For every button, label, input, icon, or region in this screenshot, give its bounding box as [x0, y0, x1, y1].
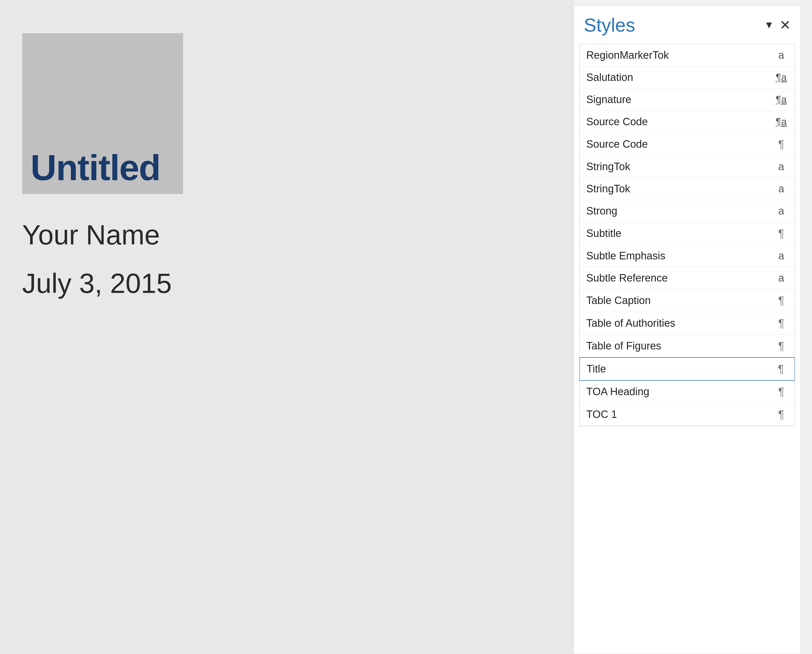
style-item[interactable]: Table of Figures¶: [580, 335, 795, 358]
style-type-icon: a: [774, 205, 788, 217]
style-name: Strong: [586, 205, 617, 217]
style-type-icon: ¶: [774, 363, 788, 375]
style-type-icon: a: [774, 183, 788, 195]
style-name: Subtitle: [586, 228, 622, 240]
style-item[interactable]: StringToka: [580, 178, 795, 200]
style-type-icon: ¶a: [774, 116, 788, 128]
styles-header: Styles ▼ ✕: [574, 6, 801, 41]
style-item[interactable]: TOC 1¶: [580, 403, 795, 426]
style-item[interactable]: Subtle Referencea: [580, 267, 795, 289]
style-name: TOC 1: [586, 408, 617, 420]
style-name: Subtle Reference: [586, 272, 668, 284]
cover-image: Untitled: [22, 33, 183, 194]
style-item[interactable]: Salutation¶a: [580, 67, 795, 89]
style-type-icon: ¶a: [774, 72, 788, 83]
style-name: Table of Authorities: [586, 317, 675, 329]
style-type-icon: a: [774, 272, 788, 284]
style-item[interactable]: Source Code¶: [580, 133, 795, 156]
style-item[interactable]: Stronga: [580, 200, 795, 222]
styles-close-icon[interactable]: ✕: [780, 17, 791, 33]
style-name: Salutation: [586, 72, 633, 83]
style-type-icon: ¶: [774, 138, 788, 150]
style-item[interactable]: Signature¶a: [580, 89, 795, 111]
style-name: StringTok: [586, 161, 630, 173]
style-name: Signature: [586, 94, 631, 105]
style-name: Source Code: [586, 138, 648, 150]
style-name: Title: [587, 363, 606, 375]
style-item[interactable]: Table of Authorities¶: [580, 312, 795, 335]
style-type-icon: a: [774, 49, 788, 61]
style-type-icon: ¶a: [774, 94, 788, 105]
style-name: Subtle Emphasis: [586, 250, 665, 262]
author-name: Your Name: [22, 219, 160, 251]
styles-dropdown-icon[interactable]: ▼: [764, 19, 774, 31]
style-name: TOA Heading: [586, 386, 649, 398]
date-text: July 3, 2015: [22, 267, 172, 299]
style-type-icon: ¶: [774, 385, 788, 398]
styles-list: RegionMarkerTokaSalutation¶aSignature¶aS…: [579, 44, 795, 426]
style-item[interactable]: Subtle Emphasisa: [580, 245, 795, 267]
style-type-icon: a: [774, 161, 788, 173]
style-type-icon: ¶: [774, 317, 788, 330]
styles-panel: Styles ▼ ✕ RegionMarkerTokaSalutation¶aS…: [573, 6, 801, 654]
style-item[interactable]: Subtitle¶: [580, 222, 795, 245]
style-name: Table of Figures: [586, 340, 661, 352]
style-item[interactable]: StringToka: [580, 156, 795, 178]
style-item[interactable]: Title¶: [579, 357, 795, 381]
style-name: Source Code: [586, 116, 648, 128]
cover-title: Untitled: [31, 150, 160, 186]
styles-header-controls: ▼ ✕: [764, 17, 791, 33]
style-item[interactable]: RegionMarkerToka: [580, 44, 795, 67]
style-item[interactable]: Source Code¶a: [580, 111, 795, 133]
style-name: RegionMarkerTok: [586, 49, 669, 61]
style-item[interactable]: Table Caption¶: [580, 289, 795, 312]
style-type-icon: a: [774, 250, 788, 262]
style-type-icon: ¶: [774, 227, 788, 240]
style-item[interactable]: TOA Heading¶: [580, 380, 795, 403]
style-name: StringTok: [586, 183, 630, 195]
style-type-icon: ¶: [774, 294, 788, 307]
styles-panel-title: Styles: [584, 14, 635, 36]
style-type-icon: ¶: [774, 340, 788, 352]
style-name: Table Caption: [586, 295, 651, 307]
style-type-icon: ¶: [774, 408, 788, 421]
document-area: Untitled Your Name July 3, 2015: [0, 0, 573, 654]
